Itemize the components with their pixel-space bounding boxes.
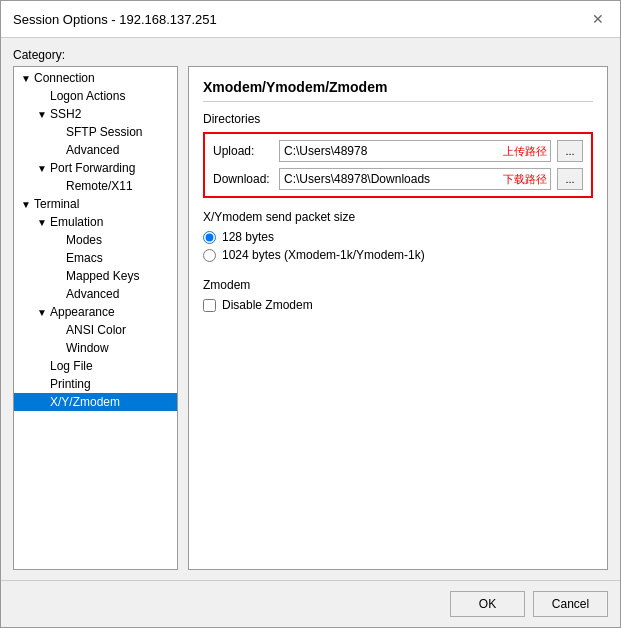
tree-item-mapped-keys[interactable]: Mapped Keys bbox=[14, 267, 177, 285]
download-label: Download: bbox=[213, 172, 273, 186]
tree-item-emacs[interactable]: Emacs bbox=[14, 249, 177, 267]
tree-item-logon-actions[interactable]: Logon Actions bbox=[14, 87, 177, 105]
tree-item-window[interactable]: Window bbox=[14, 339, 177, 357]
tree-item-appearance[interactable]: ▼ Appearance bbox=[14, 303, 177, 321]
disable-zmodem-row: Disable Zmodem bbox=[203, 298, 593, 312]
tree-label-xy-zmodem: X/Y/Zmodem bbox=[50, 395, 120, 409]
download-input[interactable] bbox=[279, 168, 551, 190]
tree-label-log-file: Log File bbox=[50, 359, 93, 373]
tree-label-advanced-emulation: Advanced bbox=[66, 287, 119, 301]
upload-input[interactable] bbox=[279, 140, 551, 162]
tree-item-log-file[interactable]: Log File bbox=[14, 357, 177, 375]
upload-input-wrap: 上传路径 bbox=[279, 140, 551, 162]
radio-1024-row: 1024 bytes (Xmodem-1k/Ymodem-1k) bbox=[203, 248, 593, 262]
download-input-wrap: 下载路径 bbox=[279, 168, 551, 190]
tree-item-emulation[interactable]: ▼ Emulation bbox=[14, 213, 177, 231]
tree-item-xy-zmodem[interactable]: X/Y/Zmodem bbox=[14, 393, 177, 411]
expander-port-forwarding: ▼ bbox=[34, 163, 50, 174]
upload-row: Upload: 上传路径 ... bbox=[213, 140, 583, 162]
dialog-body: Category: ▼ Connection Logon Actions bbox=[1, 38, 620, 580]
tree-label-sftp-session: SFTP Session bbox=[66, 125, 142, 139]
packet-size-section: X/Ymodem send packet size 128 bytes 1024… bbox=[203, 210, 593, 266]
cancel-button[interactable]: Cancel bbox=[533, 591, 608, 617]
category-label: Category: bbox=[13, 48, 608, 62]
radio-1024[interactable] bbox=[203, 249, 216, 262]
radio-128-label[interactable]: 128 bytes bbox=[222, 230, 274, 244]
tree-item-advanced-ssh[interactable]: Advanced bbox=[14, 141, 177, 159]
tree-item-terminal[interactable]: ▼ Terminal bbox=[14, 195, 177, 213]
tree-label-advanced-ssh: Advanced bbox=[66, 143, 119, 157]
tree-label-window: Window bbox=[66, 341, 109, 355]
tree-item-connection[interactable]: ▼ Connection bbox=[14, 69, 177, 87]
tree-item-sftp-session[interactable]: SFTP Session bbox=[14, 123, 177, 141]
tree-label-mapped-keys: Mapped Keys bbox=[66, 269, 139, 283]
tree-label-terminal: Terminal bbox=[34, 197, 79, 211]
tree-label-logon-actions: Logon Actions bbox=[50, 89, 125, 103]
packet-size-label: X/Ymodem send packet size bbox=[203, 210, 593, 224]
expander-terminal: ▼ bbox=[18, 199, 34, 210]
tree-item-remote-x11[interactable]: Remote/X11 bbox=[14, 177, 177, 195]
tree-label-ssh2: SSH2 bbox=[50, 107, 81, 121]
radio-128[interactable] bbox=[203, 231, 216, 244]
main-content: ▼ Connection Logon Actions ▼ SSH2 bbox=[13, 66, 608, 570]
right-panel: Xmodem/Ymodem/Zmodem Directories Upload:… bbox=[188, 66, 608, 570]
tree-panel[interactable]: ▼ Connection Logon Actions ▼ SSH2 bbox=[13, 66, 178, 570]
tree-label-port-forwarding: Port Forwarding bbox=[50, 161, 135, 175]
zmodem-section: Zmodem Disable Zmodem bbox=[203, 278, 593, 312]
tree-item-modes[interactable]: Modes bbox=[14, 231, 177, 249]
radio-1024-label[interactable]: 1024 bytes (Xmodem-1k/Ymodem-1k) bbox=[222, 248, 425, 262]
tree-item-advanced-emulation[interactable]: Advanced bbox=[14, 285, 177, 303]
tree-label-remote-x11: Remote/X11 bbox=[66, 179, 133, 193]
download-browse-button[interactable]: ... bbox=[557, 168, 583, 190]
tree-item-ssh2[interactable]: ▼ SSH2 bbox=[14, 105, 177, 123]
tree-label-emulation: Emulation bbox=[50, 215, 103, 229]
tree-item-printing[interactable]: Printing bbox=[14, 375, 177, 393]
expander-connection: ▼ bbox=[18, 73, 34, 84]
dialog-footer: OK Cancel bbox=[1, 580, 620, 627]
tree-item-ansi-color[interactable]: ANSI Color bbox=[14, 321, 177, 339]
tree-label-emacs: Emacs bbox=[66, 251, 103, 265]
upload-label: Upload: bbox=[213, 144, 273, 158]
upload-browse-button[interactable]: ... bbox=[557, 140, 583, 162]
tree-label-appearance: Appearance bbox=[50, 305, 115, 319]
expander-emulation: ▼ bbox=[34, 217, 50, 228]
radio-128-row: 128 bytes bbox=[203, 230, 593, 244]
expander-ssh2: ▼ bbox=[34, 109, 50, 120]
tree-label-modes: Modes bbox=[66, 233, 102, 247]
panel-title: Xmodem/Ymodem/Zmodem bbox=[203, 79, 593, 102]
zmodem-title: Zmodem bbox=[203, 278, 593, 292]
expander-appearance: ▼ bbox=[34, 307, 50, 318]
directories-box: Upload: 上传路径 ... Download: 下载路径 bbox=[203, 132, 593, 198]
download-row: Download: 下载路径 ... bbox=[213, 168, 583, 190]
tree-item-port-forwarding[interactable]: ▼ Port Forwarding bbox=[14, 159, 177, 177]
tree-label-connection: Connection bbox=[34, 71, 95, 85]
session-options-dialog: Session Options - 192.168.137.251 ✕ Cate… bbox=[0, 0, 621, 628]
close-button[interactable]: ✕ bbox=[588, 9, 608, 29]
ok-button[interactable]: OK bbox=[450, 591, 525, 617]
tree-label-printing: Printing bbox=[50, 377, 91, 391]
dialog-title: Session Options - 192.168.137.251 bbox=[13, 12, 217, 27]
disable-zmodem-label[interactable]: Disable Zmodem bbox=[222, 298, 313, 312]
title-bar: Session Options - 192.168.137.251 ✕ bbox=[1, 1, 620, 38]
disable-zmodem-checkbox[interactable] bbox=[203, 299, 216, 312]
directories-section-label: Directories bbox=[203, 112, 593, 126]
tree-label-ansi-color: ANSI Color bbox=[66, 323, 126, 337]
